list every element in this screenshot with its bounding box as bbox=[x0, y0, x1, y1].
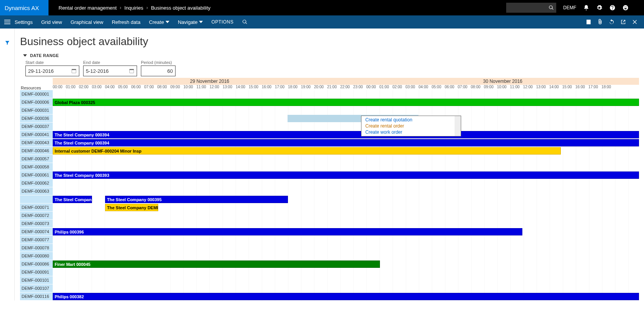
gantt-track[interactable] bbox=[53, 163, 640, 171]
gantt-track[interactable]: The Steel Company 000394 bbox=[53, 139, 640, 147]
resource-cell[interactable]: DEMF-000074 bbox=[20, 228, 53, 236]
calendar-icon[interactable] bbox=[71, 68, 77, 74]
gantt-track[interactable] bbox=[53, 90, 640, 98]
action-settings[interactable]: Settings bbox=[15, 19, 33, 25]
resource-cell[interactable]: DEMF-000006 bbox=[20, 98, 53, 106]
filter-icon[interactable] bbox=[5, 40, 10, 45]
start-date-input[interactable]: 29-11-2016 bbox=[25, 66, 79, 76]
gantt-row[interactable]: The Steel CompanThe Steel Company 000395 bbox=[20, 195, 640, 203]
gantt-track[interactable] bbox=[53, 244, 640, 252]
gantt-row[interactable]: DEMF-000107 bbox=[20, 284, 640, 292]
section-header-date-range[interactable]: DATE RANGE bbox=[20, 53, 640, 58]
gantt-bar[interactable]: The Steel Company 000394 bbox=[53, 139, 639, 146]
brand[interactable]: Dynamics AX bbox=[0, 0, 49, 15]
gantt-bar[interactable]: The Steel Compan bbox=[53, 196, 92, 203]
breadcrumb-item[interactable]: Business object availability bbox=[151, 5, 211, 11]
gantt-bar[interactable]: The Steel Company 000395 bbox=[105, 196, 288, 203]
resource-cell[interactable]: DEMF-000001 bbox=[20, 90, 53, 98]
gantt-row[interactable]: DEMF-000041The Steel Company 000394 bbox=[20, 131, 640, 139]
resource-cell[interactable]: DEMF-000061 bbox=[20, 171, 53, 179]
gantt-bar[interactable]: Philips 000396 bbox=[53, 228, 522, 235]
gantt-bar[interactable]: Finer Mart 000045 bbox=[53, 260, 380, 268]
search-icon[interactable] bbox=[242, 19, 248, 25]
gantt-track[interactable] bbox=[53, 252, 640, 260]
resource-cell[interactable] bbox=[20, 195, 53, 203]
gantt-row[interactable]: DEMF-000063 bbox=[20, 187, 640, 195]
gantt-bar[interactable]: The Steel Company DEMF bbox=[105, 204, 158, 211]
gantt-track[interactable]: Global Plaza 000325 bbox=[53, 98, 640, 106]
resource-cell[interactable]: DEMF-000073 bbox=[20, 220, 53, 228]
gantt-bar[interactable]: The Steel Company 000393 bbox=[53, 171, 639, 179]
resource-cell[interactable]: DEMF-000057 bbox=[20, 155, 53, 163]
gantt-row[interactable]: DEMF-000071The Steel Company DEMF bbox=[20, 203, 640, 212]
gantt-row[interactable]: DEMF-000031 bbox=[20, 106, 640, 114]
hamburger-button[interactable] bbox=[0, 15, 15, 29]
gantt-row[interactable]: DEMF-000036 bbox=[20, 114, 640, 123]
gantt-row[interactable]: DEMF-000037 bbox=[20, 123, 640, 131]
gantt-row[interactable]: DEMF-000061The Steel Company 000393 bbox=[20, 171, 640, 179]
gantt-row[interactable]: DEMF-000073 bbox=[20, 220, 640, 228]
gantt-track[interactable] bbox=[53, 187, 640, 195]
gantt-bar[interactable]: The Steel Company 000394 bbox=[53, 131, 639, 138]
gantt-bar[interactable]: Philips 000382 bbox=[53, 293, 639, 300]
end-date-input[interactable]: 5-12-2016 bbox=[83, 66, 137, 76]
refresh-icon[interactable] bbox=[609, 19, 615, 25]
search-input[interactable] bbox=[506, 3, 556, 13]
resource-cell[interactable]: DEMF-000072 bbox=[20, 212, 53, 220]
attach-icon[interactable] bbox=[597, 19, 603, 25]
gantt-row[interactable]: DEMF-000043The Steel Company 000394 bbox=[20, 139, 640, 147]
gantt-track[interactable]: Philips 000382 bbox=[53, 292, 640, 301]
gantt-track[interactable] bbox=[53, 212, 640, 220]
gantt-row[interactable]: DEMF-000062 bbox=[20, 179, 640, 187]
resource-cell[interactable]: DEMF-000037 bbox=[20, 123, 53, 131]
gantt-track[interactable] bbox=[53, 114, 640, 123]
smile-icon[interactable] bbox=[622, 5, 629, 11]
resource-cell[interactable]: DEMF-000071 bbox=[20, 203, 53, 212]
resource-cell[interactable]: DEMF-000086 bbox=[20, 260, 53, 268]
gantt-track[interactable] bbox=[53, 179, 640, 187]
help-icon[interactable] bbox=[609, 5, 616, 11]
ctx-create-rental-quotation[interactable]: Create rental quotation bbox=[361, 117, 461, 123]
gantt-row[interactable]: DEMF-000091 bbox=[20, 268, 640, 276]
gantt-track[interactable] bbox=[53, 220, 640, 228]
gantt-row[interactable]: DEMF-000086Finer Mart 000045 bbox=[20, 260, 640, 268]
gantt-row[interactable]: DEMF-000074Philips 000396 bbox=[20, 228, 640, 236]
gantt-row[interactable]: DEMF-000080 bbox=[20, 252, 640, 260]
gantt-row[interactable]: DEMF-000078 bbox=[20, 244, 640, 252]
breadcrumb-item[interactable]: Rental order management bbox=[59, 5, 117, 11]
gantt-track[interactable]: The Steel Company 000393 bbox=[53, 171, 640, 179]
gantt-row[interactable]: DEMF-000046Internal customer DEMF-000204… bbox=[20, 147, 640, 155]
gantt-track[interactable]: Finer Mart 000045 bbox=[53, 260, 640, 268]
gantt-track[interactable] bbox=[53, 123, 640, 131]
gantt-row[interactable]: DEMF-000116Philips 000382 bbox=[20, 292, 640, 301]
gantt-track[interactable] bbox=[53, 276, 640, 284]
gantt-row[interactable]: DEMF-000058 bbox=[20, 163, 640, 171]
gantt-track[interactable] bbox=[53, 236, 640, 244]
gantt-track[interactable]: The Steel CompanThe Steel Company 000395 bbox=[53, 195, 640, 203]
action-graphical-view[interactable]: Graphical view bbox=[70, 19, 103, 25]
resource-cell[interactable]: DEMF-000062 bbox=[20, 179, 53, 187]
resource-cell[interactable]: DEMF-000116 bbox=[20, 292, 53, 301]
period-input[interactable]: 60 bbox=[141, 66, 176, 76]
resource-cell[interactable]: DEMF-000101 bbox=[20, 276, 53, 284]
resource-cell[interactable]: DEMF-000036 bbox=[20, 114, 53, 123]
popout-icon[interactable] bbox=[620, 19, 626, 25]
gantt-track[interactable]: Internal customer DEMF-000204 Minor Insp bbox=[53, 147, 640, 155]
gantt-row[interactable]: DEMF-000006Global Plaza 000325 bbox=[20, 98, 640, 106]
gantt-track[interactable] bbox=[53, 106, 640, 114]
gantt-row[interactable]: DEMF-000057 bbox=[20, 155, 640, 163]
gear-icon[interactable] bbox=[596, 5, 602, 11]
action-grid-view[interactable]: Grid view bbox=[41, 19, 62, 25]
resource-cell[interactable]: DEMF-000041 bbox=[20, 131, 53, 139]
gantt-chart[interactable]: 29 November 2016 30 November 2016 Resour… bbox=[20, 78, 640, 301]
gantt-track[interactable] bbox=[53, 284, 640, 292]
company-label[interactable]: DEMF bbox=[563, 5, 576, 10]
gantt-row[interactable]: DEMF-000077 bbox=[20, 236, 640, 244]
ctx-create-rental-order[interactable]: Create rental order bbox=[361, 123, 461, 129]
calendar-icon[interactable] bbox=[129, 68, 134, 74]
gantt-track[interactable]: The Steel Company 000394 bbox=[53, 131, 640, 139]
gantt-bar[interactable]: Global Plaza 000325 bbox=[53, 99, 639, 106]
gantt-row[interactable]: DEMF-000072 bbox=[20, 212, 640, 220]
ctx-create-work-order[interactable]: Create work order bbox=[361, 129, 461, 135]
resource-cell[interactable]: DEMF-000063 bbox=[20, 187, 53, 195]
